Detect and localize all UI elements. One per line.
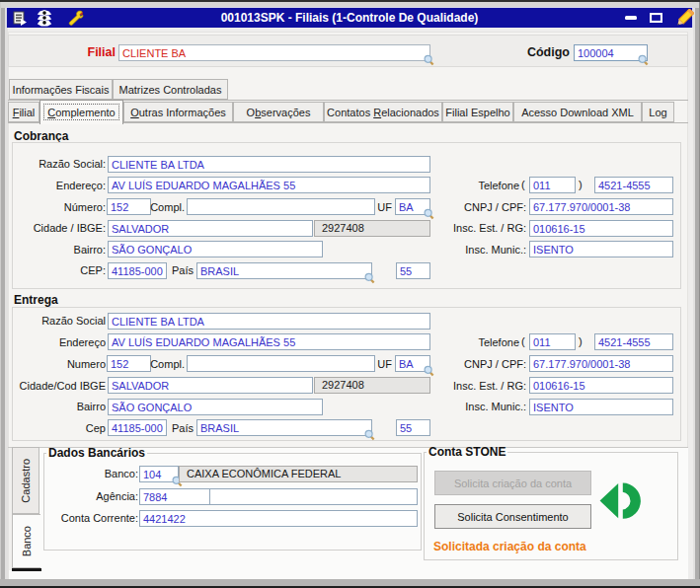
tab-label-part: servações [261, 107, 310, 118]
stone-logo [599, 482, 643, 520]
entrega-fone-input[interactable] [594, 333, 673, 350]
tab-label: Informações Fiscais [13, 84, 110, 96]
conta-corrente-label: Conta Corrente: [39, 512, 138, 524]
cobranca-numero-label: Número: [18, 201, 106, 213]
entrega-cnpj-input[interactable] [529, 355, 673, 372]
cobranca-endereco-input[interactable] [108, 177, 430, 193]
edit-pencil-button[interactable] [674, 8, 694, 28]
tab-outras-informacoes[interactable]: Outras Informações [123, 102, 233, 122]
tab-label: Outras Informações [130, 107, 226, 118]
cobranca-fone-input[interactable] [594, 177, 673, 193]
cobranca-paren-close: ) [579, 179, 584, 190]
tab-filial[interactable]: Filial [8, 102, 39, 122]
cobranca-razao-input[interactable] [108, 156, 430, 173]
entrega-pais-input[interactable] [196, 419, 372, 436]
stone-status-text: Solicitada criação da conta [433, 540, 586, 553]
entrega-cnpj-label: CNPJ / CPF: [434, 358, 526, 370]
minimize-button[interactable] [623, 8, 639, 28]
cobranca-cep-label: CEP: [18, 264, 106, 276]
agencia-dv-input[interactable] [209, 488, 418, 505]
codigo-label: Código [474, 45, 570, 59]
cobranca-compl-input[interactable] [187, 198, 375, 215]
entrega-uf-input[interactable] [395, 355, 430, 372]
tab-label: Filial [13, 107, 36, 118]
cobranca-paren-open: ( [521, 179, 527, 190]
cobranca-bairro-input[interactable] [108, 241, 323, 257]
side-tab-banco[interactable]: Banco [12, 514, 40, 568]
conta-stone-title: Conta STONE [427, 445, 507, 459]
tab-filial-espelho[interactable]: Filial Espelho [442, 102, 513, 122]
cobranca-heading: Cobrança [14, 129, 68, 143]
entrega-cidade-label: Cidade/Cod IBGE [18, 380, 106, 392]
conta-corrente-input[interactable] [139, 510, 418, 527]
tab-label: Acesso Download XML [521, 107, 634, 118]
tab-label-part: ilial [19, 107, 35, 118]
tab-label: Observações [247, 107, 311, 118]
tab-matrizes-controladas[interactable]: Matrizes Controladas [113, 79, 228, 100]
banco-nome-field: CAIXA ECONÔMICA FEDERAL [179, 466, 418, 482]
cobranca-telefone-label: Telefone [434, 180, 519, 191]
entrega-ddd-input[interactable] [529, 333, 576, 350]
window-frame-left [0, 2, 1, 586]
entrega-ie-input[interactable] [529, 377, 673, 394]
title-bar: 001013SPK - Filiais (1-Controle De Quali… [6, 7, 693, 28]
tab-focus-rect [43, 104, 119, 120]
solicita-criacao-button[interactable]: Solicita criação da conta [434, 471, 591, 495]
entrega-ibge-field: 2927408 [314, 377, 430, 394]
cobranca-razao-label: Razão Social: [18, 158, 106, 170]
agencia-label: Agência: [39, 490, 138, 502]
entrega-compl-input[interactable] [187, 355, 375, 372]
tab-informacoes-fiscais[interactable]: Informações Fiscais [9, 79, 113, 100]
side-tab-cadastro[interactable]: Cadastro [12, 447, 39, 514]
tab-label-part: utras Informações [139, 107, 226, 118]
cobranca-ie-input[interactable] [529, 220, 673, 237]
entrega-endereco-label: Endereço [18, 336, 106, 348]
entrega-bairro-label: Bairro [18, 401, 106, 412]
cobranca-uf-label: UF [355, 201, 392, 213]
entrega-telefone-label: Telefone [434, 336, 519, 348]
entrega-paren-open: ( [521, 335, 527, 347]
maximize-button[interactable] [650, 8, 662, 28]
tab-label: Matrizes Controladas [119, 84, 222, 96]
tab-observacoes[interactable]: Observações [233, 102, 324, 122]
cobranca-ibge-field: 2927408 [314, 220, 430, 237]
tab-label-part: elacionados [381, 107, 439, 118]
solicita-consentimento-button[interactable]: Solicita Consentimento [434, 504, 591, 529]
window-frame-right-bevel [693, 8, 695, 579]
tab-label-part: Contatos [327, 107, 373, 118]
cobranca-ddd-input[interactable] [529, 177, 576, 193]
filial-input[interactable] [118, 44, 430, 61]
cobranca-im-input[interactable] [529, 241, 673, 257]
entrega-bairro-input[interactable] [108, 399, 323, 415]
window-frame-bottom-bevel [0, 579, 700, 586]
cobranca-ie-label: Insc. Est. / RG: [434, 222, 526, 234]
codigo-input[interactable] [574, 44, 648, 61]
tab-label: Log [649, 107, 666, 118]
entrega-im-input[interactable] [529, 399, 673, 415]
entrega-paren-close: ) [579, 335, 584, 347]
tab-label: Filial Espelho [445, 107, 509, 118]
banco-label: Banco: [39, 468, 138, 479]
dados-bancarios-title: Dados Bancários [46, 446, 147, 460]
agencia-input[interactable] [139, 488, 210, 505]
cobranca-cidade-input[interactable] [108, 220, 313, 237]
tab-label: Contatos Relacionados [327, 107, 439, 118]
entrega-endereco-input[interactable] [108, 333, 430, 350]
tab-acesso-download-xml[interactable]: Acesso Download XML [513, 102, 642, 122]
cobranca-ddi-input[interactable] [396, 262, 430, 279]
entrega-razao-input[interactable] [108, 313, 430, 330]
entrega-cidade-input[interactable] [108, 377, 313, 394]
cobranca-im-label: Insc. Munic.: [434, 244, 526, 256]
tab-complemento[interactable]: Complemento [39, 100, 123, 124]
tab-log[interactable]: Log [642, 102, 674, 122]
banco-codigo-input[interactable] [139, 466, 179, 482]
cobranca-cnpj-input[interactable] [529, 198, 673, 215]
entrega-im-label: Insc. Munic.: [434, 401, 526, 412]
cobranca-pais-input[interactable] [196, 262, 372, 279]
cobranca-uf-input[interactable] [395, 198, 430, 215]
entrega-razao-label: Razão Social [18, 315, 106, 327]
cobranca-compl-label: Compl. [138, 201, 185, 213]
entrega-ddi-input[interactable] [396, 419, 430, 436]
entrega-ie-label: Insc. Est. / RG: [434, 380, 526, 392]
tab-contatos-relacionados[interactable]: Contatos Relacionados [324, 102, 442, 122]
